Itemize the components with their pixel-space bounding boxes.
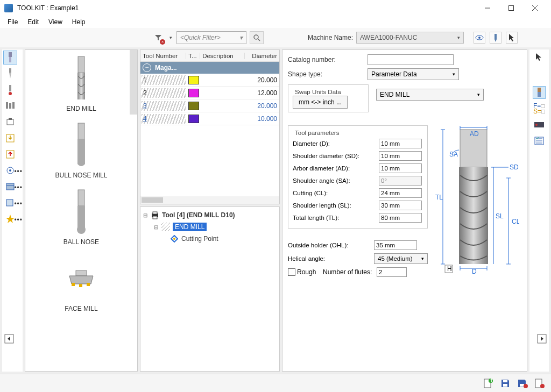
tool-view-icon[interactable] <box>533 86 546 99</box>
tree-node-endmill[interactable]: ⊟ END MILL <box>143 221 277 233</box>
quick-filter-combo[interactable]: <Quick Filter> ▾ <box>176 31 246 44</box>
tool-number-cell: 2 <box>142 88 186 98</box>
ohl-input[interactable] <box>374 240 417 250</box>
tool-category-drill-icon[interactable] <box>3 67 17 81</box>
tree-root[interactable]: ⊟ Tool [4] (END MILL D10) <box>143 209 277 221</box>
tool-number-cell: 4 <box>142 114 186 124</box>
tool-type-list[interactable]: END MILL BULL NOSE MILL BALL NOSE FACE M… <box>25 49 138 372</box>
magazine-row[interactable]: − Maga... <box>140 62 279 74</box>
diameter-cell: 12.000 <box>242 89 279 97</box>
machine-icon[interactable] <box>533 118 546 131</box>
collapse-icon[interactable]: − <box>143 63 151 72</box>
tool-type-select[interactable]: END MILL▾ <box>376 89 484 101</box>
col-description[interactable]: Description <box>200 53 245 59</box>
tool-palette-icon[interactable] <box>490 32 501 44</box>
tool-category-endmill-icon[interactable] <box>3 51 17 65</box>
menu-view[interactable]: View <box>44 17 67 27</box>
svg-point-78 <box>524 384 528 388</box>
save-icon[interactable] <box>499 377 511 389</box>
col-tool-number[interactable]: Tool Number <box>140 53 186 59</box>
helical-select[interactable]: 45 (Medium)▾ <box>374 253 428 264</box>
flutes-input[interactable] <box>377 267 407 277</box>
tool-type-item[interactable]: BALL NOSE <box>25 183 137 250</box>
svg-rect-28 <box>78 123 84 139</box>
collapse-right-icon[interactable] <box>537 334 547 344</box>
svg-rect-43 <box>459 167 488 264</box>
param-label: Shoulder length (SL): <box>293 202 379 209</box>
favorite-icon[interactable]: ••• <box>3 212 17 226</box>
endmill-thumb <box>65 54 97 103</box>
swap-units-button[interactable]: mm <-> inch ... <box>293 96 348 109</box>
svg-text:SD: SD <box>510 163 519 171</box>
pointer-icon[interactable] <box>533 51 546 63</box>
new-doc-icon[interactable]: + <box>482 377 494 389</box>
shape-select[interactable]: Parameter Data▾ <box>368 68 459 80</box>
svg-rect-9 <box>9 52 12 57</box>
export-icon[interactable] <box>3 147 17 161</box>
fs-toggle-icon[interactable]: F=□S=□ <box>533 102 546 115</box>
close-button[interactable] <box>523 0 547 16</box>
tool-type-item[interactable]: BULL NOSE MILL <box>25 117 137 183</box>
save-warning-icon[interactable] <box>517 377 528 389</box>
table-row[interactable]: 4 10.000 <box>140 112 279 125</box>
table-row[interactable]: 2 12.000 <box>140 87 279 99</box>
table-row[interactable]: 1 20.000 <box>140 74 279 87</box>
doc-action-icon[interactable]: ••• <box>3 196 17 210</box>
param-row: Shoulder diameter (SD): <box>293 151 423 161</box>
import-icon[interactable] <box>3 131 17 145</box>
param-input[interactable] <box>379 213 422 223</box>
settings-icon[interactable]: ••• <box>3 163 17 177</box>
chevron-down-icon: ▾ <box>239 34 243 41</box>
color-swatch <box>188 89 199 97</box>
machine-name-select[interactable]: AWEA1000-FANUC ▾ <box>356 32 464 44</box>
filter-button[interactable]: × <box>152 31 165 44</box>
tree-node-cutting-point[interactable]: Cutting Point <box>143 233 277 245</box>
catalog-input[interactable] <box>368 54 454 65</box>
diameter-cell: 20.000 <box>242 76 279 84</box>
maximize-button[interactable] <box>499 0 523 16</box>
checklist-icon[interactable] <box>533 134 546 147</box>
expand-icon[interactable]: ⊟ <box>153 224 159 230</box>
doc-warning-icon[interactable] <box>534 377 546 389</box>
tool-type-item[interactable]: FACE MILL <box>25 250 137 317</box>
tool-type-item[interactable]: END MILL <box>25 50 137 117</box>
bullnose-thumb <box>65 121 97 169</box>
search-button[interactable] <box>250 31 264 44</box>
titlebar: TOOLKIT : Example1 <box>0 0 551 16</box>
cursor-icon[interactable] <box>506 32 518 44</box>
svg-text:TL: TL <box>435 194 443 201</box>
col-t[interactable]: T... <box>186 53 200 59</box>
param-input[interactable] <box>379 139 422 148</box>
window-title: TOOLKIT : Example1 <box>17 4 79 12</box>
menu-file[interactable]: File <box>3 17 22 27</box>
tool-category-holder-icon[interactable] <box>3 115 17 129</box>
col-diameter[interactable]: Diameter <box>245 53 279 59</box>
rough-checkbox[interactable] <box>288 268 295 276</box>
tool-category-probe-icon[interactable] <box>3 83 17 97</box>
svg-rect-31 <box>77 206 85 229</box>
svg-rect-34 <box>72 283 75 286</box>
collapse-left-icon[interactable] <box>4 334 14 344</box>
tool-table: Tool Number T... Description Diameter − … <box>140 49 280 204</box>
param-input[interactable] <box>379 201 422 210</box>
tool-type-label: BALL NOSE <box>63 238 99 246</box>
expand-icon[interactable]: ⊟ <box>143 212 148 218</box>
tool-category-multi-icon[interactable] <box>3 99 17 113</box>
param-input[interactable] <box>379 188 422 198</box>
menu-help[interactable]: Help <box>68 17 90 27</box>
param-input[interactable] <box>379 151 422 161</box>
minimize-button[interactable] <box>476 0 499 16</box>
filter-dropdown-arrow[interactable]: ▾ <box>168 35 173 40</box>
table-row[interactable]: 3 20.000 <box>140 99 279 112</box>
param-row: Arbor diameter (AD): <box>293 163 423 173</box>
scrollbar-thumb[interactable] <box>130 50 137 115</box>
svg-rect-66 <box>538 92 541 97</box>
svg-rect-76 <box>503 380 507 382</box>
menu-edit[interactable]: Edit <box>23 17 43 27</box>
svg-rect-18 <box>9 118 12 120</box>
param-input[interactable] <box>379 163 422 173</box>
view-icon-1[interactable] <box>474 32 485 44</box>
horizontal-scrollbar[interactable] <box>140 196 279 204</box>
diamond-icon <box>169 234 179 244</box>
table-action-icon[interactable]: ••• <box>3 180 17 194</box>
